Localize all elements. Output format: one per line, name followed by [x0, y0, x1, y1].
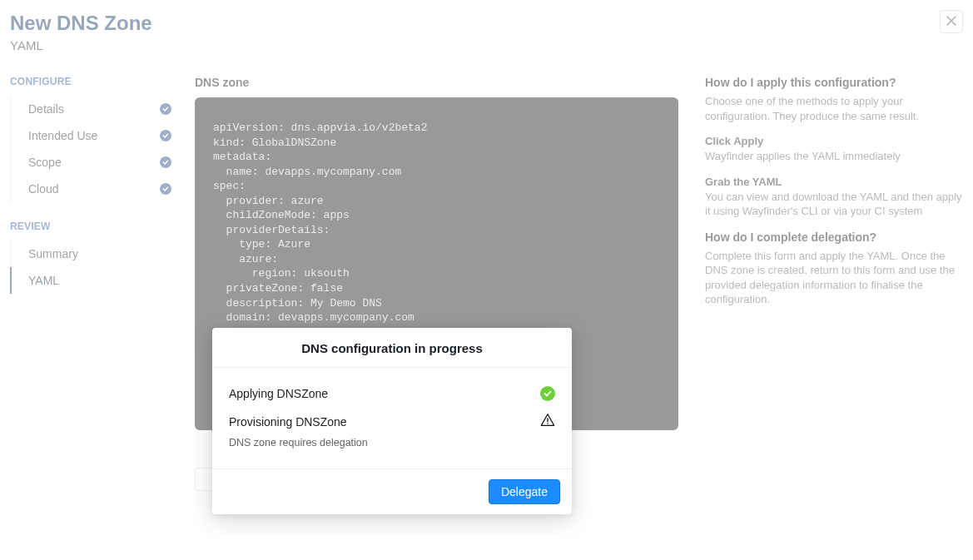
success-icon — [540, 386, 555, 401]
modal-note: DNS zone requires delegation — [229, 430, 555, 453]
svg-point-1 — [547, 423, 549, 424]
warning-icon — [540, 413, 555, 430]
delegate-button[interactable]: Delegate — [489, 479, 560, 504]
modal-row-label: Provisioning DNSZone — [229, 415, 347, 429]
modal-row-label: Applying DNSZone — [229, 387, 328, 400]
modal-row-applying: Applying DNSZone — [229, 374, 555, 401]
modal-title: DNS configuration in progress — [212, 328, 572, 368]
modal-row-provisioning: Provisioning DNSZone — [229, 401, 555, 430]
progress-modal: DNS configuration in progress Applying D… — [212, 328, 572, 514]
